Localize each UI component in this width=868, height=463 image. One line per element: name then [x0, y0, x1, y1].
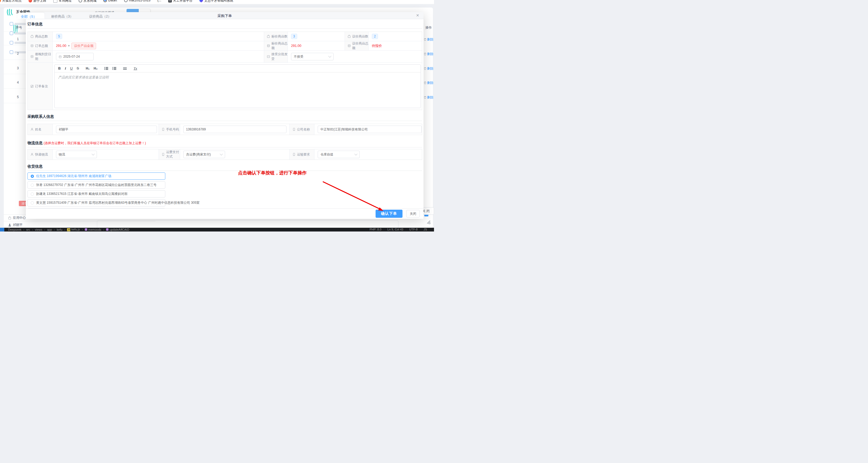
table-row-number: 5 [17, 95, 19, 99]
breadcrumb: Deepseek src views app kefu JSkefu.js me… [8, 228, 129, 231]
bookmark-item[interactable]: 常用网址 [53, 0, 72, 3]
align-button[interactable] [123, 67, 127, 70]
phone-icon [292, 153, 296, 156]
value-partial-shipment: 不接受 [288, 51, 423, 63]
status-item[interactable]: JS [424, 228, 427, 231]
value-latest-delivery: 2025-07-24 [53, 51, 264, 63]
express-select[interactable]: 物流 [56, 151, 97, 158]
heading2-button[interactable]: H₂ [94, 66, 98, 70]
status-item[interactable]: Ln 9, Col 43 [388, 228, 403, 231]
sidebar-item[interactable] [10, 32, 26, 35]
delete-row-button[interactable]: 删除 [424, 37, 433, 42]
delivery-date-input[interactable]: 2025-07-24 [56, 53, 94, 60]
annotation-text: 点击确认下单按钮，进行下单操作 [238, 170, 307, 176]
chevron-down-icon [328, 54, 331, 57]
label-transport: 运输要求 [290, 149, 314, 160]
address-option[interactable]: 孙建龙 13365217615 江苏省-泰州市 戴南镇太阳岛公寓楼斜对面 [27, 190, 165, 198]
italic-button[interactable]: I [65, 66, 66, 70]
delete-row-button[interactable]: 删除 [424, 66, 433, 71]
address-text: 黄文慧 15915751409 广东省-广州市 荔湾区西村街道西增路63号泰荣商… [36, 201, 199, 205]
breadcrumb-item[interactable]: Deepseek [8, 228, 26, 231]
section-title-order: 订单信息 [27, 22, 422, 27]
modal-header: 采购下单 ✕ [26, 12, 424, 19]
address-option[interactable]: 黄文慧 15915751409 广东省-广州市 荔湾区西村街道西增路63号泰荣商… [27, 199, 165, 206]
current-user-link[interactable]: 祁丽平 [8, 223, 23, 227]
remark-textarea[interactable]: 产品的其它要求请在这里备注说明 [55, 73, 421, 83]
count-badge: 3 [291, 34, 297, 39]
bag-icon [30, 35, 34, 38]
radio-selected-icon[interactable] [31, 175, 34, 178]
breadcrumb-item-file[interactable]: JSkefu.js [67, 228, 85, 231]
label-partial-shipment: 接受分批发货 [264, 51, 288, 63]
folder-icon [53, 0, 57, 3]
bookmark-label: 天工开放平台 [173, 0, 192, 3]
bookmark-item[interactable]: mac2022-2023 [124, 0, 151, 2]
partial-shipment-select[interactable]: 不接受 [291, 53, 334, 60]
sidebar-item[interactable] [10, 41, 26, 45]
resize-grip[interactable] [426, 222, 431, 226]
bookmark-item[interactable]: 新手上路 [29, 0, 46, 3]
status-item[interactable]: PHP: 8.0 [370, 228, 381, 231]
dark-app-icon [168, 0, 172, 2]
delete-row-button[interactable]: 删除 [424, 81, 433, 85]
chevron-down-icon [354, 152, 357, 155]
strikethrough-button[interactable]: S [77, 66, 79, 70]
label-express: 快递物流 [28, 149, 53, 160]
breadcrumb-item[interactable]: kefu [57, 228, 67, 231]
radio-icon[interactable] [31, 201, 34, 205]
bookmark-item[interactable]: 火狐官方站点 [0, 0, 22, 3]
doc-icon [10, 50, 13, 54]
transport-select[interactable]: 仓库自提 [318, 151, 360, 158]
breadcrumb-item[interactable]: src [26, 228, 35, 231]
radio-icon[interactable] [31, 183, 34, 187]
delete-row-button[interactable]: 删除 [424, 95, 433, 100]
radio-icon[interactable] [31, 193, 34, 196]
logistics-note: (选择含运费时，我们客服人员在审核订单后会在订单总额上加上运费！) [43, 141, 146, 145]
breadcrumb-item-symbol[interactable]: updateAffCAID [106, 228, 129, 231]
bold-button[interactable]: B [58, 66, 61, 70]
clear-format-button[interactable]: Tx [133, 66, 137, 70]
app-logo-icon [7, 8, 13, 16]
js-file-icon: JS [67, 228, 70, 231]
bookmark-label: 火狐官方站点 [2, 0, 22, 3]
modal-body: 订单信息 商品总数 5 标价商品数 3 议价商品数 2 订单总额 [26, 19, 424, 209]
breadcrumb-item-symbol[interactable]: memoods [85, 228, 106, 231]
name-input[interactable]: 祁丽平 [56, 125, 157, 133]
tab-all[interactable]: 全部（5） [21, 14, 37, 19]
close-icon[interactable]: ✕ [416, 13, 419, 18]
delete-row-button[interactable]: 删除 [424, 52, 433, 56]
value-company: 中正智控(江苏)智能科技有限公司 [314, 124, 423, 135]
heading1-button[interactable]: H₁ [86, 66, 90, 70]
value-negotiated-total: 待报价 [369, 41, 423, 51]
breadcrumb-item[interactable]: app [47, 228, 57, 231]
bookmark-item[interactable]: 京东商城 [79, 0, 96, 3]
bookmark-item[interactable]: (... [157, 0, 161, 2]
company-input[interactable]: 中正智控(江苏)智能科技有限公司 [318, 125, 422, 133]
underline-button[interactable]: U [70, 66, 72, 70]
address-text: 张君 13268279702 广东省-广州市 广州市花都区花城街公益村茶园里北路… [36, 183, 156, 187]
confirm-order-button[interactable]: 确认下单 [376, 210, 403, 218]
breadcrumb-item[interactable]: views [35, 228, 47, 231]
freight-pay-select[interactable]: 含运费(商家支付) [183, 151, 225, 158]
bookmarks-bar: 火狐官方站点 新手上路 常用网址 京东商城 Datart mac2022-202… [0, 0, 434, 4]
close-button[interactable]: 关闭 [406, 210, 420, 218]
globe-icon [79, 0, 82, 2]
address-option[interactable]: 张君 13268279702 广东省-广州市 广州市花都区花城街公益村茶园里北路… [27, 181, 165, 189]
address-option-selected[interactable]: 任先生 18971994626 湖北省-鄂州市 南浦路财富广场 [27, 172, 165, 180]
bookmark-item[interactable]: 天工开放平台 [168, 0, 192, 3]
ordered-list-button[interactable] [104, 67, 108, 70]
tab-priced[interactable]: 标价商品（3） [51, 14, 73, 19]
phone-input[interactable]: 13928916789 [183, 125, 286, 133]
count-badge: 5 [56, 34, 62, 39]
bookmark-item[interactable]: Datart [103, 0, 117, 2]
tab-negotiated[interactable]: 议价商品（2） [89, 14, 111, 19]
app-center-link[interactable]: 应用中心 [8, 215, 26, 220]
bookmark-label: Datart [108, 0, 117, 2]
count-badge: 2 [372, 34, 378, 39]
remote-indicator-icon[interactable] [0, 228, 4, 231]
person-icon [30, 128, 34, 131]
status-item[interactable]: UTF-8 [409, 228, 417, 231]
bullet-list-button[interactable] [112, 67, 116, 70]
bookmark-item[interactable]: 文思子牙智能AI系统 [199, 0, 233, 3]
value-phone: 13928916789 [180, 124, 290, 135]
